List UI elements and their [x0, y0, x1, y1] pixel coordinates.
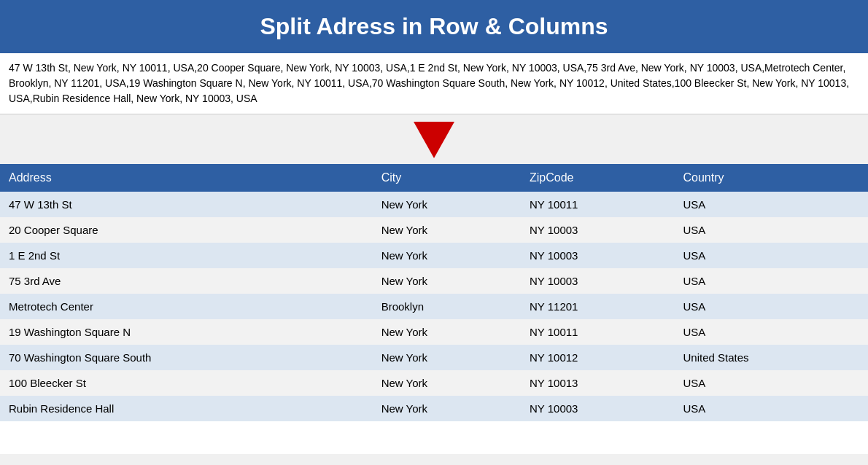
cell-city: New York: [373, 243, 521, 268]
table-row: 70 Washington Square SouthNew YorkNY 100…: [0, 345, 868, 370]
cell-country: USA: [675, 396, 869, 421]
cell-address: Metrotech Center: [0, 294, 373, 319]
cell-address: 1 E 2nd St: [0, 243, 373, 268]
cell-country: USA: [675, 294, 869, 319]
cell-address: 20 Cooper Square: [0, 217, 373, 243]
cell-zipcode: NY 10003: [521, 243, 675, 268]
cell-address: 100 Bleecker St: [0, 370, 373, 396]
page-title-text: Split Adress in Row & Columns: [260, 13, 608, 39]
cell-zipcode: NY 10011: [521, 319, 675, 345]
address-table: Address City ZipCode Country 47 W 13th S…: [0, 164, 868, 421]
cell-zipcode: NY 10003: [521, 396, 675, 421]
down-arrow-icon: [414, 122, 454, 158]
address-table-container[interactable]: Address City ZipCode Country 47 W 13th S…: [0, 164, 868, 454]
cell-city: New York: [373, 217, 521, 243]
cell-address: 70 Washington Square South: [0, 345, 373, 370]
table-row: Metrotech CenterBrooklynNY 11201USA: [0, 294, 868, 319]
table-row: Rubin Residence HallNew YorkNY 10003USA: [0, 396, 868, 421]
cell-zipcode: NY 10003: [521, 217, 675, 243]
cell-country: USA: [675, 319, 869, 345]
cell-address: 19 Washington Square N: [0, 319, 373, 345]
page-title: Split Adress in Row & Columns: [0, 0, 868, 53]
table-row: 20 Cooper SquareNew YorkNY 10003USA: [0, 217, 868, 243]
cell-zipcode: NY 11201: [521, 294, 675, 319]
table-row: 1 E 2nd StNew YorkNY 10003USA: [0, 243, 868, 268]
cell-country: United States: [675, 345, 869, 370]
cell-city: New York: [373, 268, 521, 294]
raw-address-text: 47 W 13th St, New York, NY 10011, USA,20…: [9, 62, 849, 104]
cell-zipcode: NY 10003: [521, 268, 675, 294]
cell-country: USA: [675, 268, 869, 294]
cell-country: USA: [675, 192, 869, 217]
cell-zipcode: NY 10012: [521, 345, 675, 370]
table-row: 47 W 13th StNew YorkNY 10011USA: [0, 192, 868, 217]
table-row: 75 3rd AveNew YorkNY 10003USA: [0, 268, 868, 294]
cell-country: USA: [675, 370, 869, 396]
cell-city: New York: [373, 192, 521, 217]
cell-address: 47 W 13th St: [0, 192, 373, 217]
cell-zipcode: NY 10013: [521, 370, 675, 396]
arrow-container: [0, 114, 868, 164]
cell-address: Rubin Residence Hall: [0, 396, 373, 421]
table-header-row: Address City ZipCode Country: [0, 164, 868, 192]
table-row: 19 Washington Square NNew YorkNY 10011US…: [0, 319, 868, 345]
cell-city: Brooklyn: [373, 294, 521, 319]
col-header-country: Country: [675, 164, 869, 192]
cell-city: New York: [373, 370, 521, 396]
cell-country: USA: [675, 217, 869, 243]
cell-zipcode: NY 10011: [521, 192, 675, 217]
cell-city: New York: [373, 396, 521, 421]
cell-country: USA: [675, 243, 869, 268]
cell-city: New York: [373, 319, 521, 345]
col-header-city: City: [373, 164, 521, 192]
col-header-address: Address: [0, 164, 373, 192]
cell-city: New York: [373, 345, 521, 370]
input-text-area: 47 W 13th St, New York, NY 10011, USA,20…: [0, 53, 868, 114]
col-header-zipcode: ZipCode: [521, 164, 675, 192]
table-row: 100 Bleecker StNew YorkNY 10013USA: [0, 370, 868, 396]
cell-address: 75 3rd Ave: [0, 268, 373, 294]
